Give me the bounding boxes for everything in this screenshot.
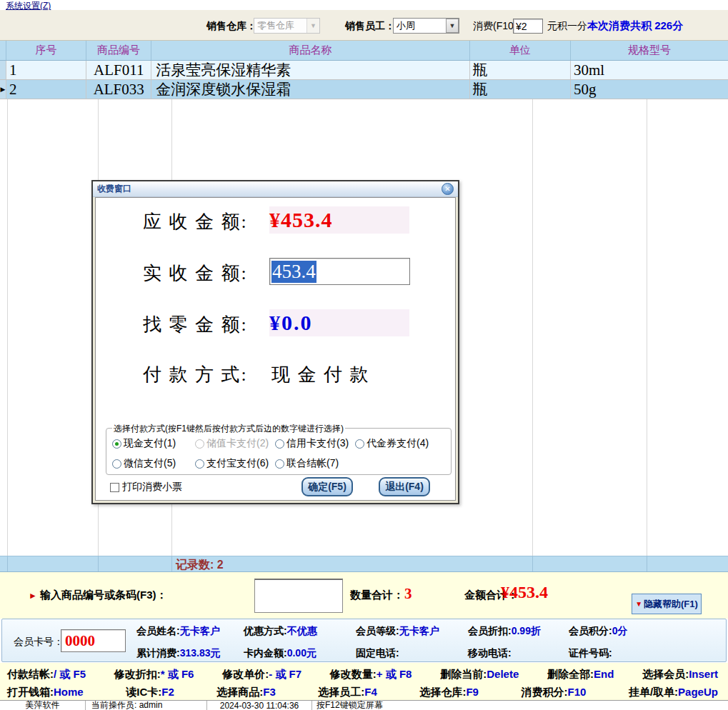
hotkey-select-goods: 选择商品:F3 bbox=[216, 686, 276, 699]
header-seq[interactable]: 序号 bbox=[6, 41, 86, 60]
row-selector-cell bbox=[0, 61, 6, 79]
radio-voucher[interactable]: 代金券支付(4) bbox=[355, 437, 429, 450]
radio-icon bbox=[275, 439, 284, 449]
hotkey-price: 修改单价:- 或 F7 bbox=[222, 668, 301, 681]
radio-wechat[interactable]: 微信支付(5) bbox=[112, 457, 176, 470]
radio-combined[interactable]: 联合结帐(7) bbox=[275, 457, 339, 470]
cell-unit: 瓶 bbox=[470, 61, 571, 79]
received-amount-selected-text: 453.4 bbox=[271, 261, 316, 283]
points-unit-label: 元积一分 bbox=[547, 20, 587, 33]
header-name[interactable]: 商品名称 bbox=[151, 41, 470, 60]
hotkey-select-warehouse: 选择仓库:F9 bbox=[419, 686, 479, 699]
points-total-label: 本次消费共积 226分 bbox=[587, 19, 683, 33]
member-points-field: 会员积分:0分 bbox=[569, 625, 627, 638]
hotkey-help-panel: 付款结帐:/ 或 F5 修改折扣:* 或 F6 修改单价:- 或 F7 修改数量… bbox=[0, 663, 728, 700]
amount-total-value: ¥453.4 bbox=[501, 583, 548, 602]
status-app-name: 美萍软件 bbox=[0, 701, 86, 710]
dialog-content: 应 收 金 额: ¥453.4 实 收 金 额: 453.4 找 零 金 额: … bbox=[95, 197, 456, 501]
hotkey-hold-order: 挂单/取单:PageUp bbox=[629, 686, 718, 699]
goods-table-header: 序号 商品编号 商品名称 单位 规格型号 bbox=[0, 41, 728, 61]
close-icon[interactable]: ✕ bbox=[442, 183, 454, 195]
card-number-label: 会员卡号： bbox=[14, 636, 64, 649]
pos-app-window: 系统设置(Z) 销售仓库： 零售仓库 ▼ 销售员工： 小周 ▼ 消费(F10) … bbox=[0, 0, 728, 710]
radio-icon bbox=[195, 459, 204, 469]
entry-arrow-icon: ► bbox=[29, 591, 37, 601]
print-receipt-label: 打印消费小票 bbox=[122, 481, 182, 494]
hide-help-label: 隐藏帮助(F1) bbox=[644, 598, 698, 611]
cell-code: ALF033 bbox=[86, 80, 151, 99]
radio-icon bbox=[112, 439, 121, 449]
dialog-title-bar[interactable]: 收费窗口 ✕ bbox=[93, 181, 458, 197]
dialog-title: 收费窗口 bbox=[97, 183, 442, 195]
barcode-prompt-label: 输入商品编号或条码(F3)： bbox=[40, 589, 167, 602]
radio-stored-card: 储值卡支付(2) bbox=[195, 437, 269, 450]
card-balance-field: 卡内金额:0.00元 bbox=[244, 647, 316, 660]
due-amount-panel: ¥453.4 bbox=[269, 206, 409, 234]
consume-amount-input[interactable] bbox=[513, 19, 543, 34]
member-info-panel: 会员卡号： 会员姓名:无卡客户 优惠方式:不优惠 会员等级:无卡客户 会员折扣:… bbox=[1, 619, 727, 662]
checkbox-icon bbox=[110, 483, 119, 492]
status-bar: 美萍软件 当前操作员: admin 2024-03-30 11:04:36 按F… bbox=[0, 700, 728, 710]
due-amount-label: 应 收 金 额: bbox=[143, 209, 271, 234]
due-amount-value: ¥453.4 bbox=[269, 208, 333, 232]
staff-label: 销售员工： bbox=[345, 20, 395, 33]
radio-icon bbox=[195, 439, 204, 449]
confirm-button[interactable]: 确定(F5) bbox=[301, 477, 353, 496]
cell-seq: 1 bbox=[6, 61, 86, 79]
header-code[interactable]: 商品编号 bbox=[86, 41, 151, 60]
cell-spec: 30ml bbox=[571, 61, 728, 79]
entry-band: ► 输入商品编号或条码(F3)： 数量合计： 3 金额合计： ¥453.4 ▼ … bbox=[0, 572, 728, 619]
radio-credit-card[interactable]: 信用卡支付(3) bbox=[275, 437, 349, 450]
table-row[interactable]: 1 ALF011 活泉莹亮保湿精华素 瓶 30ml bbox=[0, 61, 728, 80]
goods-table-footer: 记录数: 2 bbox=[0, 556, 728, 572]
card-number-input[interactable] bbox=[61, 629, 126, 652]
print-receipt-checkbox[interactable]: 打印消费小票 bbox=[110, 481, 182, 494]
exit-button[interactable]: 退出(F4) bbox=[379, 477, 430, 496]
member-name-field: 会员姓名:无卡客户 bbox=[136, 625, 220, 638]
hotkey-delete-all: 删除全部:End bbox=[547, 668, 614, 681]
warehouse-select: 零售仓库 ▼ bbox=[254, 18, 320, 34]
change-amount-value: ¥0.0 bbox=[269, 311, 313, 335]
hotkey-read-ic: 读IC卡:F2 bbox=[126, 686, 174, 699]
radio-icon bbox=[355, 439, 364, 449]
header-spec[interactable]: 规格型号 bbox=[571, 41, 728, 60]
pay-method-group: 选择付款方式(按F1键然后按付款方式后边的数字键进行选择) 现金支付(1) 储值… bbox=[106, 428, 452, 475]
total-consume-field: 累计消费:313.83元 bbox=[136, 647, 221, 660]
status-datetime: 2024-03-30 11:04:36 bbox=[207, 701, 312, 710]
pay-method-label: 付 款 方 式: bbox=[143, 362, 271, 387]
cell-name: 金润深度锁水保湿霜 bbox=[151, 80, 469, 99]
hide-help-button[interactable]: ▼ 隐藏帮助(F1) bbox=[632, 594, 702, 614]
hotkey-select-staff: 选择员工:F4 bbox=[318, 686, 377, 699]
header-selector-cell bbox=[0, 41, 6, 60]
hotkey-discount: 修改折扣:* 或 F6 bbox=[114, 668, 194, 681]
barcode-input[interactable] bbox=[254, 579, 343, 613]
hotkey-delete-current: 删除当前:Delete bbox=[440, 668, 519, 681]
hotkey-row-1: 付款结帐:/ 或 F5 修改折扣:* 或 F6 修改单价:- 或 F7 修改数量… bbox=[7, 668, 718, 681]
change-amount-label: 找 零 金 额: bbox=[143, 312, 271, 337]
id-number-field: 证件号码: bbox=[569, 647, 612, 660]
cell-seq: 2 bbox=[6, 80, 86, 99]
menu-bar: 系统设置(Z) bbox=[0, 0, 728, 10]
discount-mode-field: 优惠方式:不优惠 bbox=[244, 625, 317, 638]
payment-dialog: 收费窗口 ✕ 应 收 金 额: ¥453.4 实 收 金 额: 453.4 找 … bbox=[91, 180, 459, 504]
header-unit[interactable]: 单位 bbox=[470, 41, 571, 60]
chevron-down-icon[interactable]: ▼ bbox=[446, 19, 459, 33]
row-selected-marker-icon: ▶ bbox=[0, 80, 6, 99]
hotkey-qty: 修改数量:+ 或 F8 bbox=[330, 668, 412, 681]
hotkey-row-2: 打开钱箱:Home 读IC卡:F2 选择商品:F3 选择员工:F4 选择仓库:F… bbox=[7, 686, 718, 699]
cell-unit: 瓶 bbox=[470, 80, 571, 99]
chevron-down-icon: ▼ bbox=[306, 19, 319, 33]
status-lock-hint: 按F12键锁定屏幕 bbox=[312, 701, 728, 710]
radio-cash[interactable]: 现金支付(1) bbox=[112, 437, 176, 450]
warehouse-label: 销售仓库： bbox=[206, 20, 256, 33]
cell-name: 活泉莹亮保湿精华素 bbox=[151, 61, 469, 79]
qty-total-label: 数量合计： bbox=[350, 589, 404, 602]
table-row-selected[interactable]: ▶ 2 ALF033 金润深度锁水保湿霜 瓶 50g bbox=[0, 80, 728, 99]
hotkey-pay: 付款结帐:/ 或 F5 bbox=[7, 668, 86, 681]
pay-method-value: 现 金 付 款 bbox=[271, 362, 370, 387]
received-amount-input[interactable]: 453.4 bbox=[269, 258, 410, 285]
landline-field: 固定电话: bbox=[356, 647, 399, 660]
staff-select[interactable]: 小周 ▼ bbox=[393, 18, 459, 34]
triangle-down-icon: ▼ bbox=[635, 600, 642, 608]
radio-alipay[interactable]: 支付宝支付(6) bbox=[195, 457, 269, 470]
